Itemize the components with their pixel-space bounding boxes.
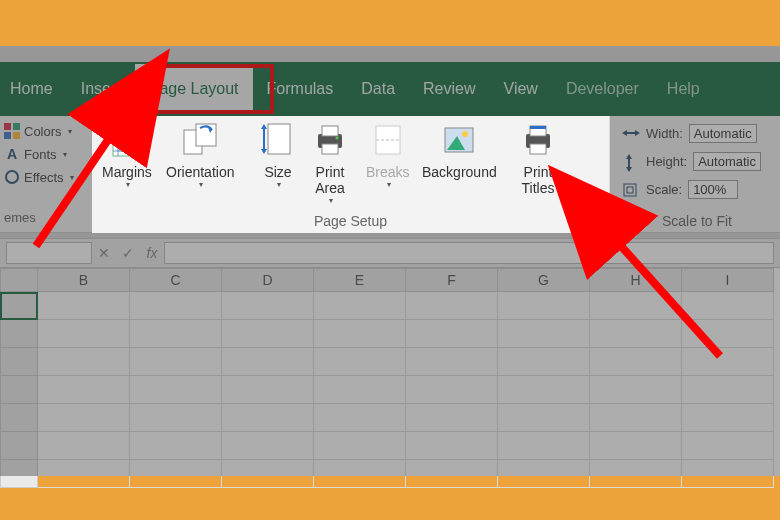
column-header[interactable]: H (590, 268, 682, 292)
cell[interactable] (590, 404, 682, 432)
tab-view[interactable]: View (490, 64, 552, 114)
cell[interactable] (498, 292, 590, 320)
cancel-formula-icon[interactable]: ✕ (92, 245, 116, 261)
tab-help[interactable]: Help (653, 64, 714, 114)
tab-home[interactable]: Home (0, 64, 67, 114)
cell[interactable] (682, 320, 774, 348)
cell[interactable] (38, 376, 130, 404)
select-all-corner[interactable] (0, 268, 38, 292)
cell[interactable] (682, 348, 774, 376)
row-header[interactable] (0, 348, 38, 376)
cell[interactable] (590, 432, 682, 460)
cell[interactable] (682, 376, 774, 404)
cell[interactable] (130, 292, 222, 320)
insert-function-button[interactable]: fx (140, 245, 164, 261)
cell[interactable] (314, 432, 406, 460)
formula-input[interactable] (164, 242, 774, 264)
cell[interactable] (498, 404, 590, 432)
cell[interactable] (406, 292, 498, 320)
cell[interactable] (406, 460, 498, 488)
cell[interactable] (498, 348, 590, 376)
cell[interactable] (682, 292, 774, 320)
cell[interactable] (590, 376, 682, 404)
cell[interactable] (130, 320, 222, 348)
cell[interactable] (314, 320, 406, 348)
cell[interactable] (38, 460, 130, 488)
themes-colors-button[interactable]: Colors ▾ (4, 123, 72, 139)
scale-field[interactable]: 100% (688, 180, 738, 199)
themes-effects-button[interactable]: Effects ▾ (4, 169, 74, 185)
cell[interactable] (130, 376, 222, 404)
column-header[interactable]: E (314, 268, 406, 292)
tab-formulas[interactable]: Formulas (253, 64, 348, 114)
column-header[interactable]: D (222, 268, 314, 292)
cell[interactable] (38, 292, 130, 320)
tab-developer[interactable]: Developer (552, 64, 653, 114)
cell[interactable] (38, 432, 130, 460)
cell[interactable] (130, 404, 222, 432)
cell[interactable] (314, 376, 406, 404)
background-button[interactable]: Background (422, 120, 497, 180)
cell[interactable] (222, 404, 314, 432)
cell[interactable] (130, 348, 222, 376)
cell[interactable] (314, 348, 406, 376)
cell[interactable] (222, 292, 314, 320)
margins-button[interactable]: Margins ▾ (102, 120, 152, 189)
row-header[interactable] (0, 404, 38, 432)
row-header[interactable] (0, 460, 38, 488)
print-area-button[interactable]: Print Area ▾ (310, 120, 350, 205)
cell[interactable] (498, 460, 590, 488)
cell[interactable] (222, 460, 314, 488)
cell[interactable] (406, 432, 498, 460)
tab-data[interactable]: Data (347, 64, 409, 114)
column-header[interactable]: C (130, 268, 222, 292)
worksheet-grid[interactable]: BCDEFGHI (0, 268, 780, 476)
orientation-button[interactable]: Orientation ▾ (166, 120, 234, 189)
cell[interactable] (38, 348, 130, 376)
cell[interactable] (38, 404, 130, 432)
cell[interactable] (130, 432, 222, 460)
cell[interactable] (590, 460, 682, 488)
cell[interactable] (406, 404, 498, 432)
breaks-button[interactable]: Breaks ▾ (366, 120, 410, 189)
cell[interactable] (406, 320, 498, 348)
cell[interactable] (222, 376, 314, 404)
page-setup-dialog-launcher[interactable]: ↘ (589, 213, 603, 227)
selected-cell[interactable] (0, 292, 38, 320)
cell[interactable] (130, 460, 222, 488)
column-header[interactable]: I (682, 268, 774, 292)
cell[interactable] (498, 376, 590, 404)
cell[interactable] (682, 404, 774, 432)
size-button[interactable]: Size ▾ (258, 120, 298, 189)
tab-review[interactable]: Review (409, 64, 489, 114)
cell[interactable] (682, 460, 774, 488)
row-header[interactable] (0, 320, 38, 348)
cell[interactable] (682, 432, 774, 460)
cell[interactable] (406, 376, 498, 404)
cell[interactable] (222, 320, 314, 348)
cell[interactable] (590, 320, 682, 348)
column-header[interactable]: B (38, 268, 130, 292)
column-header[interactable]: F (406, 268, 498, 292)
themes-fonts-button[interactable]: A Fonts ▾ (4, 146, 67, 162)
width-field[interactable]: Automatic (689, 124, 757, 143)
row-header[interactable] (0, 432, 38, 460)
cell[interactable] (314, 404, 406, 432)
cell[interactable] (590, 292, 682, 320)
tab-insert[interactable]: Insert (67, 64, 135, 114)
cell[interactable] (314, 460, 406, 488)
height-field[interactable]: Automatic (693, 152, 761, 171)
name-box[interactable] (6, 242, 92, 264)
cell[interactable] (498, 320, 590, 348)
enter-formula-icon[interactable]: ✓ (116, 245, 140, 261)
tab-page-layout[interactable]: Page Layout (135, 64, 253, 114)
row-header[interactable] (0, 376, 38, 404)
cell[interactable] (406, 348, 498, 376)
cell[interactable] (222, 432, 314, 460)
cell[interactable] (314, 292, 406, 320)
column-header[interactable]: G (498, 268, 590, 292)
cell[interactable] (38, 320, 130, 348)
cell[interactable] (590, 348, 682, 376)
cell[interactable] (222, 348, 314, 376)
print-titles-button[interactable]: Print Titles (518, 120, 558, 196)
